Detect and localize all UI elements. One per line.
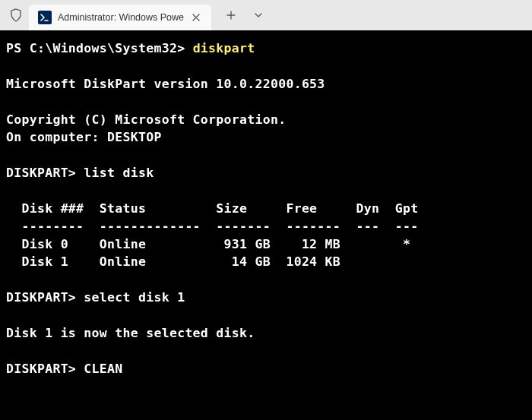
command-diskpart: diskpart: [193, 41, 255, 55]
terminal-window: Administrator: Windows Powe PS C:\Window…: [0, 0, 532, 420]
table-row: Disk 1 Online 14 GB 1024 KB: [6, 254, 340, 269]
dropdown-button[interactable]: [246, 3, 271, 27]
shield-icon: [5, 8, 27, 22]
command-list-disk: list disk: [84, 166, 154, 180]
command-clean: CLEAN: [84, 362, 122, 376]
selected-disk-line: Disk 1 is now the selected disk.: [6, 326, 255, 340]
new-tab-button[interactable]: [219, 3, 243, 27]
version-line: Microsoft DiskPart version 10.0.22000.65…: [6, 77, 325, 91]
powershell-icon: [38, 11, 52, 24]
close-icon[interactable]: [190, 11, 202, 24]
terminal-output[interactable]: PS C:\Windows\System32> diskpart Microso…: [0, 30, 532, 420]
diskpart-prompt-2: DISKPART>: [6, 290, 84, 305]
diskpart-prompt-1: DISKPART>: [6, 166, 84, 180]
tab-bar: Administrator: Windows Powe: [0, 0, 532, 30]
prompt-line-1: PS C:\Windows\System32>: [6, 41, 193, 55]
command-select-disk: select disk 1: [84, 290, 185, 305]
table-header: Disk ### Status Size Free Dyn Gpt: [6, 201, 418, 216]
tab-powershell[interactable]: Administrator: Windows Powe: [29, 5, 211, 30]
computer-line: On computer: DESKTOP: [6, 130, 162, 144]
copyright-line: Copyright (C) Microsoft Corporation.: [6, 112, 286, 127]
table-row: Disk 0 Online 931 GB 12 MB *: [6, 237, 410, 251]
tab-actions: [219, 3, 271, 27]
diskpart-prompt-3: DISKPART>: [6, 362, 84, 376]
tab-title: Administrator: Windows Powe: [58, 12, 184, 23]
table-divider: -------- ------------- ------- ------- -…: [6, 219, 418, 233]
